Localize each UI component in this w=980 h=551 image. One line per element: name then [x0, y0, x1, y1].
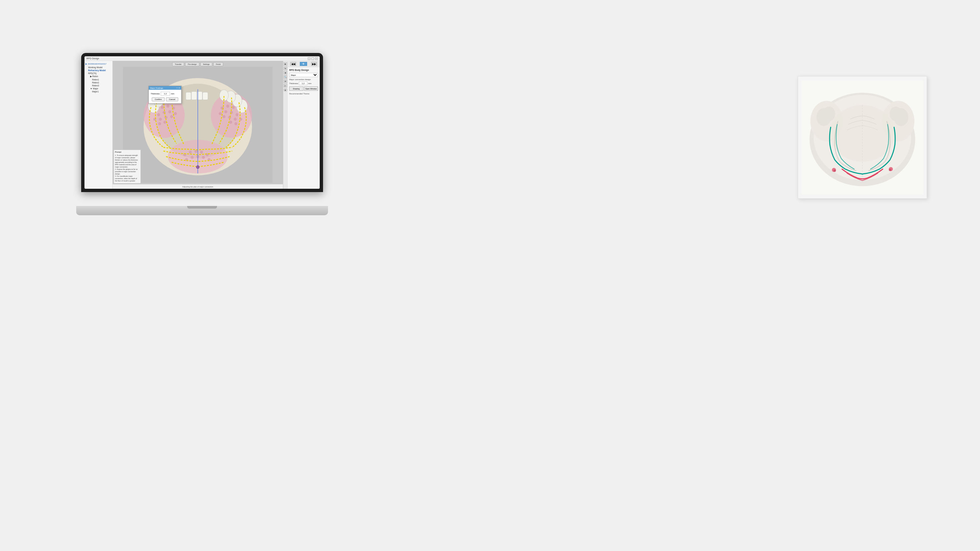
sidebar-reten[interactable]: ▶ Reten: [86, 75, 111, 78]
right-panel: ◀◀ 👁 ▶▶ RPD Body Design Major Major conn…: [287, 61, 320, 189]
svg-point-40: [191, 156, 194, 159]
svg-point-27: [234, 118, 237, 121]
svg-rect-55: [203, 92, 208, 100]
svg-point-36: [194, 150, 197, 153]
reset-icon-btn[interactable]: ⟳: [283, 79, 287, 83]
dialog-cancel-btn[interactable]: Cancel: [166, 97, 178, 101]
svg-rect-53: [191, 92, 197, 100]
minimize-btn[interactable]: ─: [308, 57, 310, 60]
dialog-thickness-input[interactable]: [161, 92, 170, 96]
sidebar-reten2[interactable]: Reten2: [86, 81, 111, 84]
status-bar: Adjusting the plan of major connection: [113, 184, 283, 189]
laptop-base: [76, 206, 328, 215]
open-window-btn[interactable]: Open Window: [304, 86, 318, 91]
svg-point-32: [229, 121, 232, 124]
svg-point-10: [168, 110, 171, 113]
maximize-btn[interactable]: [312, 57, 314, 60]
laptop-hinge: [187, 206, 217, 209]
sidebar-rpd[interactable]: RPD(T0): [86, 72, 111, 75]
sidebar-refractory-model[interactable]: Refractory Model: [86, 69, 111, 72]
viewport-toolbar: Transfer Pre-design Settings Finish: [172, 62, 223, 66]
svg-point-23: [235, 113, 239, 116]
nav-eye-btn[interactable]: 👁: [300, 62, 307, 66]
laptop-wrapper: RPD Design ─ × ▶ 20200916044310017: [76, 53, 328, 215]
svg-point-66: [889, 106, 902, 121]
major-findings-dialog: Major Findings ─ × Thickness: [148, 86, 181, 104]
svg-rect-52: [186, 92, 191, 100]
panel-dropdown[interactable]: Major: [289, 73, 318, 77]
svg-point-16: [158, 122, 161, 125]
svg-point-37: [200, 151, 203, 154]
nav-prev-btn[interactable]: ◀◀: [290, 62, 296, 66]
dialog-confirm-btn[interactable]: Confirm: [152, 97, 165, 101]
photo-inner: [798, 76, 927, 198]
pre-design-btn[interactable]: Pre-design: [185, 62, 199, 66]
dialog-title-bar: Major Findings ─ ×: [149, 86, 181, 90]
eye-icon-btn[interactable]: 👁: [283, 62, 287, 66]
dialog-close-icon[interactable]: ×: [178, 87, 180, 89]
sidebar-reten3[interactable]: Reten3: [86, 84, 111, 87]
dialog-title-text: Major Findings: [150, 87, 163, 89]
svg-point-69: [834, 170, 836, 172]
panel-top-nav: ◀◀ 👁 ▶▶: [288, 61, 320, 67]
panel-content: RPD Body Design Major Major connection d…: [288, 67, 320, 189]
svg-point-71: [889, 168, 891, 171]
svg-point-57: [196, 165, 199, 168]
sidebar-major[interactable]: ▼ Major: [86, 87, 111, 90]
dialog-controls: ─ ×: [176, 87, 180, 89]
page-background: RPD Design ─ × ▶ 20200916044310017: [0, 0, 980, 551]
svg-point-25: [224, 110, 227, 113]
finish-btn[interactable]: Finish: [213, 62, 224, 66]
sidebar-major1[interactable]: Major1: [86, 90, 111, 93]
svg-point-20: [232, 106, 235, 109]
dialog-buttons-row: Confirm Cancel: [151, 97, 179, 101]
cast-model-svg: [802, 80, 923, 195]
prompt-text: 1. To ensure adequate strength of major …: [115, 154, 140, 182]
laptop-bezel: RPD Design ─ × ▶ 20200916044310017: [81, 53, 323, 192]
svg-point-8: [157, 113, 160, 116]
settings-btn[interactable]: Settings: [200, 62, 212, 66]
main-content: ▶ 20200916044310017 Working Model Refrac…: [84, 61, 320, 189]
title-bar: RPD Design ─ ×: [84, 56, 320, 61]
svg-point-11: [174, 112, 177, 115]
nav-next-btn[interactable]: ▶▶: [311, 62, 317, 66]
svg-point-5: [161, 106, 164, 109]
svg-point-17: [163, 121, 166, 124]
dialog-thickness-row: Thickness mm: [151, 92, 179, 96]
select-icon-btn[interactable]: ▷: [283, 84, 287, 87]
drawing-btn[interactable]: Drawing: [289, 86, 304, 91]
move-icon-btn[interactable]: ⊕: [283, 71, 287, 75]
sidebar-reten1[interactable]: Reten1: [86, 78, 111, 81]
thickness-unit: mm: [308, 83, 312, 84]
rotate-icon-btn[interactable]: ↻: [283, 67, 287, 70]
svg-point-6: [166, 105, 169, 108]
close-btn[interactable]: ×: [315, 57, 318, 60]
photo-panel: [798, 76, 927, 198]
dialog-minimize-icon[interactable]: ─: [176, 87, 178, 89]
dialog-body: Thickness mm Confirm Cancel: [149, 90, 181, 103]
main-viewport: Transfer Pre-design Settings Finish: [113, 61, 283, 189]
app-title: RPD Design: [86, 57, 99, 60]
thickness-label: Thickness: [289, 83, 298, 84]
dialog-thickness-unit: mm: [171, 93, 174, 95]
app-window: RPD Design ─ × ▶ 20200916044310017: [84, 56, 320, 189]
circle-icon-btn[interactable]: ●: [283, 88, 287, 92]
svg-point-42: [202, 156, 205, 159]
sidebar-working-model[interactable]: Working Model: [86, 66, 111, 69]
dialog-thickness-label: Thickness: [151, 93, 160, 95]
prompt-title: Prompt: [115, 151, 140, 154]
svg-point-29: [223, 115, 226, 118]
svg-point-21: [226, 105, 229, 108]
thickness-input[interactable]: [299, 81, 307, 85]
zoom-icon-btn[interactable]: 🔍: [283, 75, 287, 79]
left-sidebar: ▶ 20200916044310017 Working Model Refrac…: [84, 61, 113, 189]
svg-point-31: [235, 122, 237, 125]
transfer-btn[interactable]: Transfer: [172, 62, 184, 66]
svg-point-35: [189, 151, 192, 154]
panel-buttons-row: Drawing Open Window: [289, 86, 318, 91]
svg-point-14: [170, 115, 173, 118]
svg-point-63: [823, 106, 835, 121]
panel-title: RPD Body Design: [289, 69, 318, 71]
prompt-box: Prompt 1. To ensure adequate strength of…: [114, 150, 141, 183]
recommended-theme-label: Recommended Theme: [289, 93, 318, 95]
